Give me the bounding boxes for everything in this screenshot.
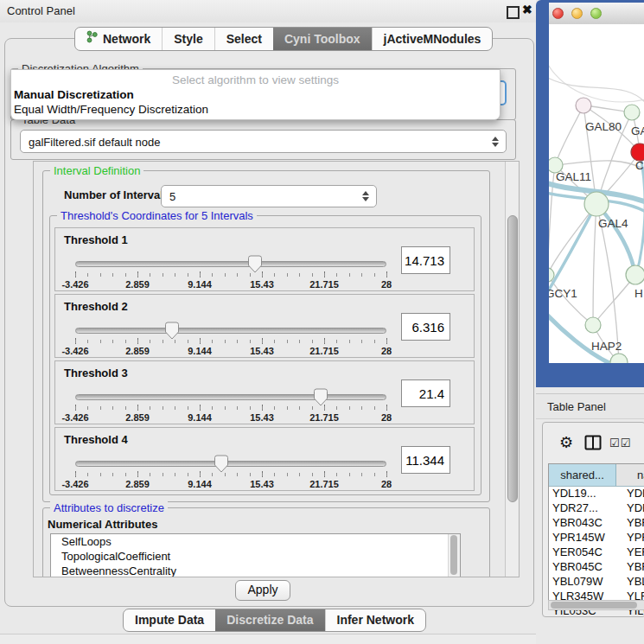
column-header-shared-name[interactable]: shared... — [549, 464, 616, 486]
table-row[interactable]: YBR043CYBR0 — [549, 516, 644, 531]
network-node[interactable] — [626, 265, 644, 284]
float-window-icon[interactable] — [507, 6, 520, 19]
cell-name[interactable]: YPR1 — [615, 531, 644, 545]
cell-shared-name[interactable]: YBL079W — [549, 575, 615, 590]
slider-track[interactable] — [75, 261, 386, 267]
table-horizontal-scrollbar[interactable] — [548, 600, 644, 610]
cell-shared-name[interactable]: YDR27... — [549, 501, 615, 516]
tab-network[interactable]: Network — [75, 28, 162, 50]
bottom-divider — [0, 634, 536, 644]
cell-shared-name[interactable]: YER054C — [549, 545, 615, 560]
table-row[interactable]: YBR045CYBR0 — [549, 560, 644, 575]
network-node-gal4[interactable] — [584, 192, 609, 216]
table-data-combobox[interactable]: galFiltered.sif default node — [20, 130, 507, 153]
cell-name[interactable]: YBL0 — [615, 575, 644, 590]
threshold-2-slider[interactable]: -3.426 2.859 9.144 15.43 21.715 28 — [75, 321, 386, 357]
tick-label: -3.426 — [61, 279, 88, 290]
threshold-4-value-field[interactable] — [401, 446, 450, 474]
columns-icon[interactable] — [584, 435, 602, 454]
list-item[interactable]: TopologicalCoefficient — [51, 549, 460, 564]
tab-infer-network-label: Infer Network — [337, 609, 414, 631]
tab-cyni-toolbox-label: Cyni Toolbox — [284, 28, 360, 50]
scrollbar-thumb[interactable] — [450, 535, 457, 575]
network-node-selected[interactable] — [631, 143, 644, 161]
tab-infer-network[interactable]: Infer Network — [325, 609, 425, 631]
tick-label: 21.715 — [309, 412, 339, 423]
network-node[interactable] — [624, 105, 640, 120]
threshold-3-value-field[interactable] — [401, 379, 450, 407]
slider-track[interactable] — [75, 394, 386, 400]
node-label-partial: C — [635, 159, 644, 172]
slider-thumb[interactable] — [165, 322, 179, 340]
dropdown-option-equal-width[interactable]: Equal Width/Frequency Discretization — [14, 103, 208, 116]
slider-minor-ticks — [75, 273, 387, 277]
node-label-gcy1: GCY1 — [549, 287, 577, 300]
gear-icon[interactable]: ⚙ — [559, 433, 573, 452]
slider-track[interactable] — [75, 328, 386, 334]
cell-name[interactable]: YDL1 — [615, 487, 644, 501]
tick-label: -3.426 — [61, 412, 88, 423]
tab-select[interactable]: Select — [214, 28, 273, 50]
cell-name[interactable]: YBR0 — [615, 560, 644, 575]
threshold-1-slider[interactable]: -3.426 2.859 9.144 15.43 21.715 28 — [75, 254, 386, 290]
network-canvas[interactable]: GAL80 GA C GAL11 GAL4 GCY1 H HAP2 — [549, 24, 644, 363]
network-icon — [86, 28, 98, 50]
algorithm-dropdown-popup: Select algorithm to view settings Manual… — [10, 69, 501, 120]
cell-shared-name[interactable]: YDL19... — [549, 487, 615, 501]
apply-button[interactable]: Apply — [235, 580, 290, 601]
scrollbar-thumb[interactable] — [551, 602, 637, 609]
threshold-2-label: Threshold 2 — [64, 300, 128, 313]
slider-thumb[interactable] — [314, 388, 328, 406]
slider-tick-labels: -3.426 2.859 9.144 15.43 21.715 28 — [75, 279, 386, 290]
column-header-name[interactable]: na — [616, 464, 644, 486]
table-row[interactable]: YDL19...YDL1 — [549, 487, 644, 501]
dropdown-option-manual-discretization[interactable]: Manual Discretization — [14, 88, 134, 101]
table-header-row: shared... na — [549, 464, 644, 487]
tick-label: 9.144 — [188, 346, 212, 356]
number-of-intervals-combobox[interactable]: 5 — [161, 185, 377, 207]
slider-track[interactable] — [75, 461, 386, 467]
threshold-1-value-field[interactable] — [401, 246, 450, 274]
list-item[interactable]: BetweennessCentrality — [51, 564, 460, 577]
numerical-attributes-list: SelfLoops TopologicalCoefficient Between… — [50, 533, 461, 577]
cell-shared-name[interactable]: YPR145W — [549, 531, 615, 545]
table-panel-toolbar: ⚙ ☑☑ — [543, 431, 644, 457]
tab-impute-data[interactable]: Impute Data — [124, 609, 215, 631]
tick-label: 9.144 — [188, 479, 212, 489]
threshold-2-value-field[interactable] — [401, 313, 450, 341]
settings-scroll-pane: Interval Definition Number of Intervals … — [33, 161, 520, 577]
tick-label: 2.859 — [125, 412, 150, 423]
table-row[interactable]: YER054CYER0 — [549, 545, 644, 560]
list-item[interactable]: SelfLoops — [51, 534, 460, 549]
window-minimize-button[interactable] — [571, 8, 583, 19]
number-of-intervals-value: 5 — [169, 190, 175, 203]
threshold-3-slider[interactable]: -3.426 2.859 9.144 15.43 21.715 28 — [75, 387, 386, 424]
threshold-4-slider[interactable]: -3.426 2.859 9.144 15.43 21.715 28 — [75, 454, 386, 490]
table-panel-title: Table Panel — [547, 400, 606, 413]
select-columns-icon[interactable]: ☑☑ — [609, 437, 631, 450]
cell-name[interactable]: YER0 — [615, 545, 644, 560]
table-row[interactable]: YBL079WYBL0 — [549, 575, 644, 590]
tab-discretize-data[interactable]: Discretize Data — [215, 609, 324, 631]
close-icon[interactable]: ✖ — [522, 3, 532, 16]
window-zoom-button[interactable] — [590, 8, 602, 19]
network-node-hap2[interactable] — [585, 317, 601, 333]
tick-label: -3.426 — [61, 479, 88, 489]
cell-shared-name[interactable]: YBR043C — [549, 516, 615, 531]
tab-cyni-toolbox[interactable]: Cyni Toolbox — [273, 28, 372, 50]
cell-name[interactable]: YBR0 — [615, 516, 644, 531]
table-row[interactable]: YDR27...YDR2 — [549, 501, 644, 516]
scrollbar-thumb[interactable] — [507, 215, 518, 502]
slider-thumb[interactable] — [214, 455, 228, 473]
cell-shared-name[interactable]: YBR045C — [549, 560, 615, 575]
table-panel-titlebar: Table Panel — [536, 393, 644, 419]
slider-thumb[interactable] — [248, 255, 262, 273]
table-row[interactable]: YPR145WYPR1 — [549, 531, 644, 545]
pane-vertical-scrollbar[interactable] — [505, 162, 519, 577]
network-node-gal80[interactable] — [576, 98, 591, 113]
attributes-list-scrollbar[interactable] — [448, 534, 460, 577]
tab-jactivemnodules[interactable]: jActiveMNodules — [372, 28, 493, 50]
tab-style[interactable]: Style — [162, 28, 214, 50]
window-close-button[interactable] — [552, 8, 564, 19]
cell-name[interactable]: YDR2 — [615, 501, 644, 516]
